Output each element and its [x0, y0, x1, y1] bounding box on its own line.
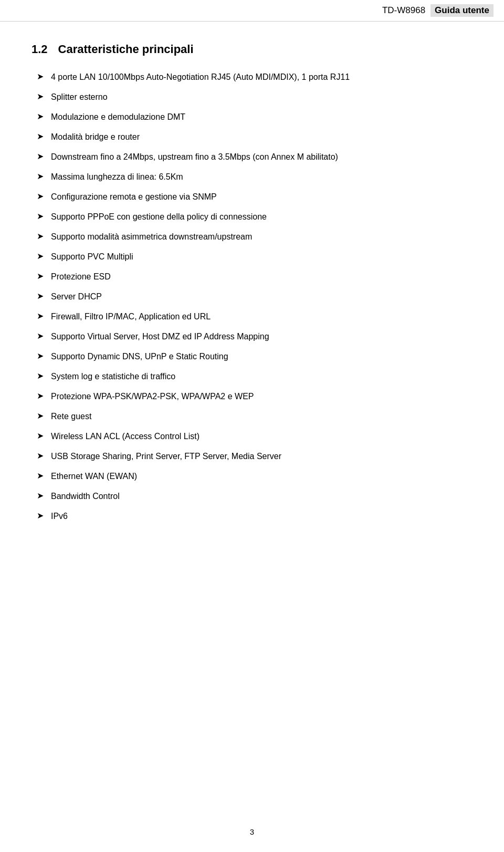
list-item: ➤Supporto modalità asimmetrica downstrea…: [32, 231, 472, 243]
bullet-text: System log e statistiche di traffico: [51, 370, 175, 383]
bullet-text: Protezione ESD: [51, 271, 111, 283]
bullet-text: Firewall, Filtro IP/MAC, Application ed …: [51, 310, 211, 323]
list-item: ➤System log e statistiche di traffico: [32, 370, 472, 383]
list-item: ➤USB Storage Sharing, Print Server, FTP …: [32, 450, 472, 463]
list-item: ➤Protezione WPA-PSK/WPA2-PSK, WPA/WPA2 e…: [32, 390, 472, 403]
bullet-arrow-icon: ➤: [37, 351, 44, 361]
list-item: ➤Massima lunghezza di linea: 6.5Km: [32, 171, 472, 183]
bullet-arrow-icon: ➤: [37, 391, 44, 401]
list-item: ➤Modalità bridge e router: [32, 131, 472, 143]
bullet-arrow-icon: ➤: [37, 511, 44, 521]
bullet-arrow-icon: ➤: [37, 231, 44, 241]
bullet-arrow-icon: ➤: [37, 311, 44, 321]
bullet-text: Downstream fino a 24Mbps, upstream fino …: [51, 151, 338, 163]
list-item: ➤IPv6: [32, 510, 472, 523]
bullet-arrow-icon: ➤: [37, 371, 44, 381]
bullet-text: Supporto Virtual Server, Host DMZ ed IP …: [51, 330, 269, 343]
list-item: ➤Supporto PVC Multipli: [32, 251, 472, 263]
list-item: ➤Supporto PPPoE con gestione della polic…: [32, 211, 472, 223]
bullet-arrow-icon: ➤: [37, 491, 44, 501]
bullet-text: Bandwidth Control: [51, 490, 120, 503]
bullet-arrow-icon: ➤: [37, 91, 44, 101]
list-item: ➤Firewall, Filtro IP/MAC, Application ed…: [32, 310, 472, 323]
bullet-text: Massima lunghezza di linea: 6.5Km: [51, 171, 183, 183]
list-item: ➤Supporto Dynamic DNS, UPnP e Static Rou…: [32, 350, 472, 363]
bullet-arrow-icon: ➤: [37, 111, 44, 121]
bullet-text: Supporto PVC Multipli: [51, 251, 133, 263]
list-item: ➤Splitter esterno: [32, 91, 472, 103]
bullet-text: Splitter esterno: [51, 91, 108, 103]
bullet-text: Rete guest: [51, 410, 91, 423]
bullet-text: Modulazione e demodulazione DMT: [51, 111, 185, 123]
main-content: 1.2 Caratteristiche principali ➤4 porte …: [0, 22, 504, 562]
bullet-arrow-icon: ➤: [37, 451, 44, 461]
list-item: ➤Ethernet WAN (EWAN): [32, 470, 472, 483]
section-number: 1.2: [32, 43, 48, 56]
list-item: ➤Configurazione remota e gestione via SN…: [32, 191, 472, 203]
bullet-arrow-icon: ➤: [37, 471, 44, 481]
bullet-text: Supporto modalità asimmetrica downstream…: [51, 231, 252, 243]
feature-list: ➤4 porte LAN 10/100Mbps Auto-Negotiation…: [32, 71, 472, 523]
bullet-text: USB Storage Sharing, Print Server, FTP S…: [51, 450, 281, 463]
bullet-text: Wireless LAN ACL (Access Control List): [51, 430, 200, 443]
list-item: ➤Wireless LAN ACL (Access Control List): [32, 430, 472, 443]
list-item: ➤Rete guest: [32, 410, 472, 423]
list-item: ➤Supporto Virtual Server, Host DMZ ed IP…: [32, 330, 472, 343]
bullet-text: Configurazione remota e gestione via SNM…: [51, 191, 217, 203]
guide-label: Guida utente: [430, 4, 494, 17]
bullet-arrow-icon: ➤: [37, 331, 44, 341]
bullet-arrow-icon: ➤: [37, 171, 44, 181]
bullet-text: Supporto Dynamic DNS, UPnP e Static Rout…: [51, 350, 228, 363]
list-item: ➤Protezione ESD: [32, 271, 472, 283]
bullet-text: IPv6: [51, 510, 68, 523]
list-item: ➤4 porte LAN 10/100Mbps Auto-Negotiation…: [32, 71, 472, 84]
section-heading: Caratteristiche principali: [58, 43, 194, 56]
bullet-arrow-icon: ➤: [37, 251, 44, 261]
bullet-arrow-icon: ➤: [37, 151, 44, 161]
model-label: TD-W8968: [382, 5, 425, 16]
bullet-arrow-icon: ➤: [37, 191, 44, 201]
list-item: ➤Downstream fino a 24Mbps, upstream fino…: [32, 151, 472, 163]
bullet-arrow-icon: ➤: [37, 271, 44, 281]
list-item: ➤Bandwidth Control: [32, 490, 472, 503]
bullet-text: Modalità bridge e router: [51, 131, 140, 143]
bullet-text: Supporto PPPoE con gestione della policy…: [51, 211, 267, 223]
bullet-text: 4 porte LAN 10/100Mbps Auto-Negotiation …: [51, 71, 350, 84]
page-number: 3: [0, 827, 504, 836]
bullet-arrow-icon: ➤: [37, 431, 44, 441]
bullet-arrow-icon: ➤: [37, 411, 44, 421]
bullet-arrow-icon: ➤: [37, 211, 44, 221]
bullet-text: Server DHCP: [51, 290, 102, 303]
list-item: ➤Server DHCP: [32, 290, 472, 303]
bullet-arrow-icon: ➤: [37, 71, 44, 81]
bullet-arrow-icon: ➤: [37, 291, 44, 301]
header: TD-W8968 Guida utente: [0, 0, 504, 22]
section-title-container: 1.2 Caratteristiche principali: [32, 43, 472, 56]
list-item: ➤Modulazione e demodulazione DMT: [32, 111, 472, 123]
bullet-arrow-icon: ➤: [37, 131, 44, 141]
bullet-text: Protezione WPA-PSK/WPA2-PSK, WPA/WPA2 e …: [51, 390, 254, 403]
bullet-text: Ethernet WAN (EWAN): [51, 470, 137, 483]
